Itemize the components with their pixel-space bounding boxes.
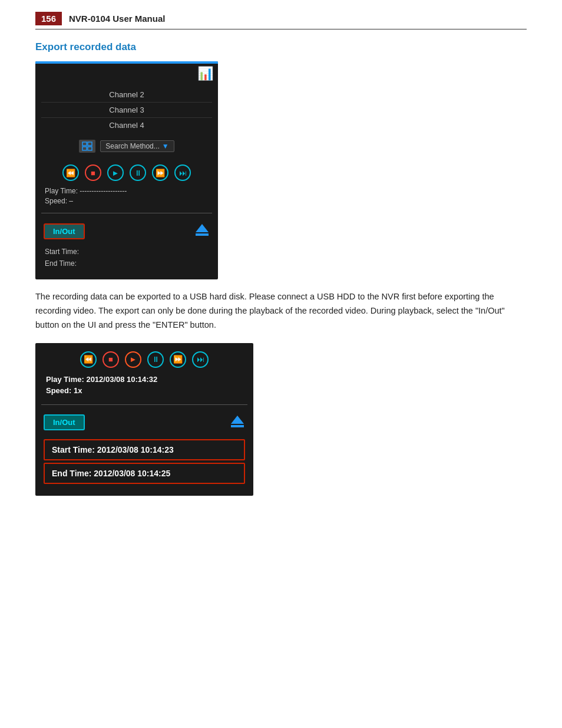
dropdown-arrow-icon: ▼ [162,142,169,150]
end-time-box: End Time: 2012/03/08 10:14:25 [44,463,245,484]
svg-rect-2 [82,147,87,150]
channel-header-row: 📊 [35,64,218,84]
svg-rect-5 [196,233,209,236]
section-heading: Export recorded data [35,41,527,53]
play-button-2[interactable]: ► [125,351,141,368]
rewind-button[interactable]: ⏪ [62,164,79,181]
next-frame-button-2[interactable]: ⏭ [192,351,209,368]
page-header: 156 NVR-0104 User Manual [35,12,527,29]
body-text: The recording data can be exported to a … [35,290,527,332]
inout-button-2[interactable]: In/Out [44,414,85,430]
end-time-2: End Time: 2012/03/08 10:14:25 [52,469,237,478]
svg-rect-7 [231,425,244,427]
svg-rect-3 [88,147,92,150]
fast-forward-button-2[interactable]: ⏩ [170,351,186,368]
divider-1 [41,213,212,213]
search-method-row: Search Method... ▼ [35,136,218,159]
pause-button[interactable]: ⏸ [130,164,146,181]
time-section-1: Start Time: End Time: [35,245,218,279]
channel-3: Channel 3 [41,103,212,118]
fast-forward-button[interactable]: ⏩ [152,164,168,181]
svg-marker-4 [196,224,209,232]
eject-icon-1 [194,222,210,241]
next-frame-button[interactable]: ⏭ [174,164,191,181]
search-method-button[interactable]: Search Method... ▼ [100,140,174,152]
page-title: NVR-0104 User Manual [69,14,165,24]
pause-button-2[interactable]: ⏸ [147,351,164,368]
channel-2: Channel 2 [41,87,212,103]
search-icon-box [79,140,95,153]
channel-list: Channel 2 Channel 3 Channel 4 [35,84,218,136]
stop-button[interactable]: ■ [85,164,101,181]
start-time-box: Start Time: 2012/03/08 10:14:23 [44,439,245,460]
playback-info-2: Play Time: 2012/03/08 10:14:32 Speed: 1x [35,371,253,401]
screenshot-1: 📊 Channel 2 Channel 3 Channel 4 Search M… [35,61,218,279]
start-time-1: Start Time: [45,248,209,256]
inout-row-2: In/Out [35,409,253,437]
playback-controls-2: ⏪ ■ ► ⏸ ⏩ ⏭ [35,343,253,371]
eject-icon-2 [230,413,245,432]
rewind-button-2[interactable]: ⏪ [80,351,97,368]
playback-controls-1: ⏪ ■ ► ⏸ ⏩ ⏭ [35,159,218,185]
screenshot-2: ⏪ ■ ► ⏸ ⏩ ⏭ Play Time: 2012/03/08 10:14:… [35,343,253,496]
page-container: 156 NVR-0104 User Manual Export recorded… [0,0,562,530]
search-method-label: Search Method... [105,142,159,150]
bar-chart-icon: 📊 [197,66,213,81]
page-number: 156 [35,12,62,25]
play-time-1: Play Time: -------------------- [45,187,209,195]
divider-2 [41,404,247,405]
svg-rect-1 [88,142,92,146]
inout-row-1: In/Out [35,217,218,245]
svg-rect-0 [82,142,87,146]
inout-button-1[interactable]: In/Out [44,223,85,239]
start-time-2: Start Time: 2012/03/08 10:14:23 [52,445,237,454]
svg-marker-6 [231,416,244,424]
play-button[interactable]: ► [107,164,124,181]
speed-2: Speed: 1x [46,386,243,395]
playback-info-1: Play Time: -------------------- Speed: – [35,185,218,209]
search-grid-icon [82,141,92,151]
speed-1: Speed: – [45,197,209,205]
play-time-2: Play Time: 2012/03/08 10:14:32 [46,375,243,384]
end-time-1: End Time: [45,259,209,268]
stop-button-2[interactable]: ■ [103,351,119,368]
channel-4: Channel 4 [41,118,212,133]
